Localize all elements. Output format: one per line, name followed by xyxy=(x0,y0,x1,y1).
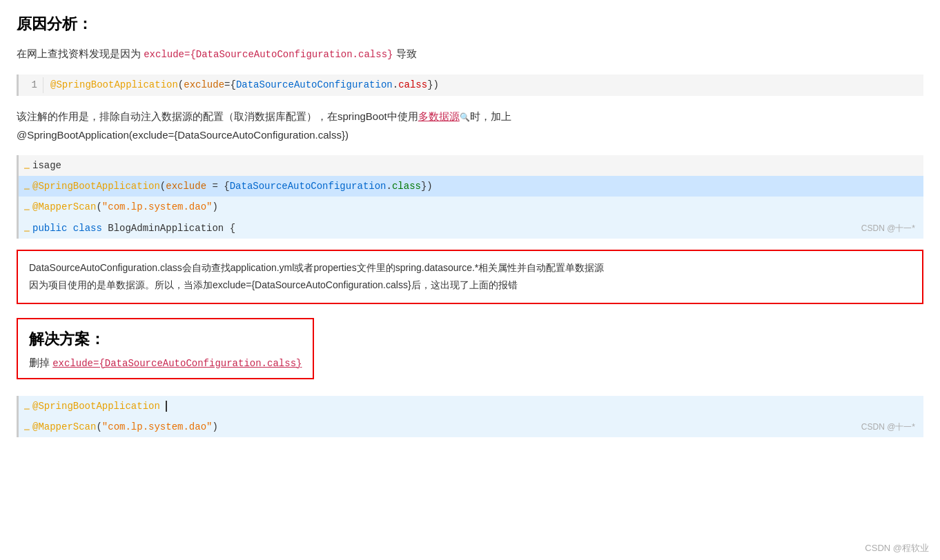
para-link[interactable]: 多数据源 xyxy=(418,110,460,122)
public-class-content: public class BlogAdminApplication { xyxy=(32,221,918,236)
red-box-line-2: 因为项目使用的是单数据源。所以，当添加exclude={DataSourceAu… xyxy=(29,277,911,294)
solution-inline-code: exclude={DataSourceAutoConfiguration.cal… xyxy=(52,358,302,369)
class-token: DataSourceAutoConfiguration xyxy=(236,79,393,90)
para-text-2: @SpringBootApplication(exclude={DataSour… xyxy=(17,129,349,141)
solution-title: 解决方案： xyxy=(29,329,302,350)
springboot-content: @SpringBootApplication(exclude = {DataSo… xyxy=(32,179,918,194)
red-explanation-box: DataSourceAutoConfiguration.class会自动查找ap… xyxy=(17,250,923,303)
search-icon: 🔍 xyxy=(460,110,470,126)
para-text-1-end: 时，加上 xyxy=(470,110,511,122)
code-line-public-class: ⎯ public class BlogAdminApplication { xyxy=(19,218,923,239)
solution-text-para: 删掉 exclude={DataSourceAutoConfiguration.… xyxy=(29,357,302,370)
code-line-isage: ⎯ isage xyxy=(19,155,923,176)
line-number-1: 1 xyxy=(24,77,43,92)
cause-intro-text: 在网上查找资料发现是因为 xyxy=(17,48,141,59)
code-block-1: 1 @SpringBootApplication(exclude={DataSo… xyxy=(17,74,923,95)
code-block-2-inner: ⎯ isage ⎯ @SpringBootApplication(exclude… xyxy=(17,155,923,239)
red-box-line-1: DataSourceAutoConfiguration.class会自动查找ap… xyxy=(29,259,911,277)
code-line-1: 1 @SpringBootApplication(exclude={DataSo… xyxy=(19,74,923,95)
code-line-mapperscan: ⎯ @MapperScan("com.lp.system.dao") xyxy=(19,197,923,217)
solution-box: 解决方案： 删掉 exclude={DataSourceAutoConfigur… xyxy=(17,318,314,379)
indicator-public-class: ⎯ xyxy=(24,221,30,235)
code-line-3-mapperscan: ⎯ @MapperScan("com.lp.system.dao") xyxy=(19,417,923,437)
indicator-springboot: ⎯ xyxy=(24,179,30,193)
cause-intro-end: 导致 xyxy=(396,48,417,59)
isage-content: isage xyxy=(32,158,918,173)
code-line-springboot: ⎯ @SpringBootApplication(exclude = {Data… xyxy=(19,176,923,197)
cause-inline-code: exclude={DataSourceAutoConfiguration.cal… xyxy=(144,49,393,60)
calss-token: calss xyxy=(398,79,427,90)
code-block-2: ⎯ isage ⎯ @SpringBootApplication(exclude… xyxy=(17,155,923,239)
indicator-3-mapperscan: ⎯ xyxy=(24,419,30,434)
code-block-3: ⎯ @SpringBootApplication ⎯ @MapperScan("… xyxy=(17,396,923,438)
solution-section: 解决方案： 删掉 exclude={DataSourceAutoConfigur… xyxy=(17,318,923,438)
indicator-mapperscan: ⎯ xyxy=(24,199,30,214)
code-line-3-springboot: ⎯ @SpringBootApplication xyxy=(19,396,923,417)
exclude-key: exclude xyxy=(184,79,224,90)
code-3-mapperscan-content: @MapperScan("com.lp.system.dao") xyxy=(32,419,918,434)
code-block-3-inner: ⎯ @SpringBootApplication ⎯ @MapperScan("… xyxy=(17,396,923,438)
code-content-1: @SpringBootApplication(exclude={DataSour… xyxy=(50,77,918,92)
code-3-springboot-content: @SpringBootApplication xyxy=(32,399,918,414)
csdn-watermark-2: CSDN @十一* xyxy=(861,421,915,433)
mapperscan-content: @MapperScan("com.lp.system.dao") xyxy=(32,199,918,214)
cause-intro-paragraph: 在网上查找资料发现是因为 exclude={DataSourceAutoConf… xyxy=(17,44,923,63)
para-block-1: 该注解的作用是，排除自动注入数据源的配置（取消数据库配置），在springBoo… xyxy=(17,107,923,144)
csdn-watermark-1: CSDN @十一* xyxy=(861,223,915,234)
para-text-1: 该注解的作用是，排除自动注入数据源的配置（取消数据库配置），在springBoo… xyxy=(17,110,418,122)
cause-title: 原因分析： xyxy=(17,14,923,34)
indicator-isage: ⎯ xyxy=(24,158,30,172)
code-block-1-inner: 1 @SpringBootApplication(exclude={DataSo… xyxy=(17,74,923,95)
cause-section: 原因分析： 在网上查找资料发现是因为 exclude={DataSourceAu… xyxy=(17,14,923,304)
solution-text: 删掉 xyxy=(29,357,50,368)
indicator-3-springboot: ⎯ xyxy=(24,399,30,413)
annotation-token: @SpringBootApplication xyxy=(50,79,178,90)
